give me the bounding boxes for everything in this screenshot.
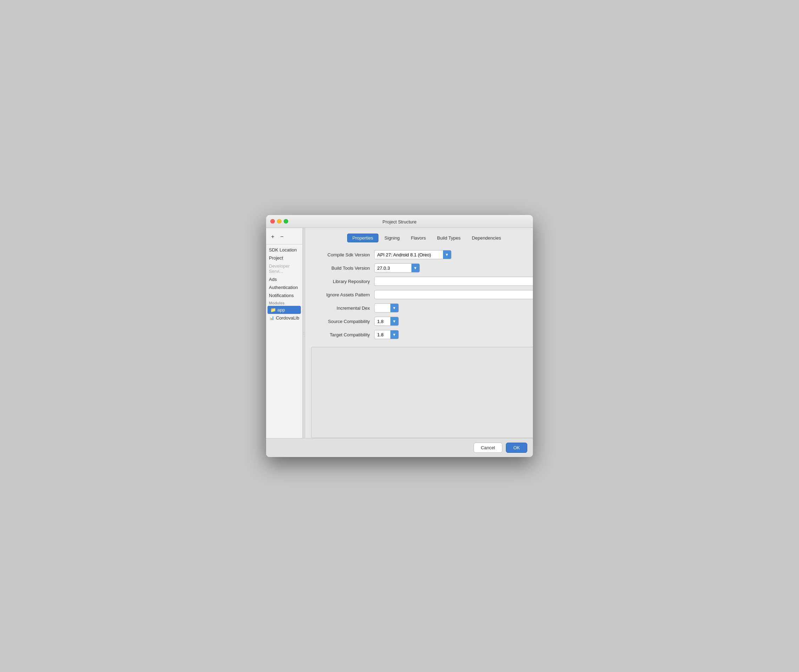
sidebar: + − SDK Location Project Developer Servi…	[266, 228, 303, 438]
project-structure-dialog: Project Structure + − SDK Location Proje…	[266, 215, 533, 457]
sidebar-item-label: Project	[269, 255, 283, 261]
tab-signing[interactable]: Signing	[379, 234, 405, 242]
sidebar-item-notifications[interactable]: Notifications	[266, 291, 302, 299]
compile-sdk-version-arrow[interactable]: ▼	[443, 250, 451, 259]
dialog-title: Project Structure	[383, 219, 417, 224]
source-compatibility-arrow[interactable]: ▼	[390, 317, 398, 325]
incremental-dex-arrow[interactable]: ▼	[390, 304, 398, 312]
remove-button[interactable]: −	[278, 233, 286, 241]
sidebar-item-app[interactable]: 📁 app	[268, 306, 301, 314]
cancel-button[interactable]: Cancel	[473, 443, 502, 453]
incremental-dex-label: Incremental Dex	[311, 303, 374, 314]
ignore-assets-pattern-input[interactable]	[374, 290, 533, 299]
sidebar-item-authentication[interactable]: Authentication	[266, 283, 302, 291]
maximize-button[interactable]	[284, 219, 288, 224]
library-repository-control	[374, 275, 533, 288]
sidebar-item-project[interactable]: Project	[266, 254, 302, 262]
build-tools-version-value: 27.0.3	[375, 264, 411, 272]
incremental-dex-value	[375, 307, 390, 309]
target-compatibility-dropdown[interactable]: 1.8 ▼	[374, 330, 399, 339]
compile-sdk-version-label: Compile Sdk Version	[311, 250, 374, 260]
target-compatibility-control: 1.8 ▼	[374, 328, 533, 341]
sidebar-item-cordovalib[interactable]: 📊 CordovaLib	[266, 314, 302, 322]
sidebar-item-label: Authentication	[269, 285, 298, 290]
sidebar-item-developer-services[interactable]: Developer Servi...	[266, 262, 302, 275]
ignore-assets-pattern-control	[374, 288, 533, 301]
empty-panel	[311, 347, 533, 438]
compile-sdk-version-dropdown[interactable]: API 27: Android 8.1 (Oreo) ▼	[374, 250, 451, 259]
sidebar-item-ads[interactable]: Ads	[266, 275, 302, 283]
source-compatibility-value: 1.8	[375, 318, 390, 325]
sidebar-item-label: Ads	[269, 277, 277, 282]
minimize-button[interactable]	[277, 219, 282, 224]
modules-section-label: Modules	[266, 299, 302, 306]
target-compatibility-label: Target Compatibility	[311, 330, 374, 340]
chart-icon: 📊	[269, 316, 274, 320]
source-compatibility-control: 1.8 ▼	[374, 315, 533, 328]
title-bar-buttons	[270, 219, 288, 224]
source-compatibility-dropdown[interactable]: 1.8 ▼	[374, 317, 399, 326]
tab-flavors[interactable]: Flavors	[406, 234, 431, 242]
tab-bar: Properties Signing Flavors Build Types D…	[311, 234, 533, 242]
sidebar-item-label: CordovaLib	[276, 315, 300, 320]
build-tools-version-dropdown[interactable]: 27.0.3 ▼	[374, 263, 420, 272]
ignore-assets-pattern-label: Ignore Assets Pattern	[311, 290, 374, 300]
incremental-dex-dropdown[interactable]: ▼	[374, 303, 399, 312]
build-tools-version-label: Build Tools Version	[311, 263, 374, 274]
library-repository-input[interactable]	[374, 277, 533, 286]
tab-dependencies[interactable]: Dependencies	[467, 234, 506, 242]
sidebar-item-label: Developer Servi...	[269, 263, 300, 274]
sidebar-item-label: app	[278, 307, 285, 312]
ok-button[interactable]: OK	[506, 443, 527, 453]
tab-properties[interactable]: Properties	[347, 234, 379, 242]
main-content: Properties Signing Flavors Build Types D…	[305, 228, 533, 438]
sidebar-toolbar: + −	[266, 231, 302, 245]
target-compatibility-value: 1.8	[375, 331, 390, 338]
incremental-dex-control: ▼	[374, 301, 533, 315]
sidebar-item-label: Notifications	[269, 293, 294, 298]
bottom-bar: Cancel OK	[266, 438, 533, 457]
drag-handle[interactable]: ⋮	[303, 228, 305, 438]
compile-sdk-version-value: API 27: Android 8.1 (Oreo)	[375, 251, 443, 259]
library-repository-label: Library Repository	[311, 276, 374, 287]
tab-build-types[interactable]: Build Types	[432, 234, 466, 242]
folder-icon: 📁	[270, 307, 276, 312]
dialog-body: + − SDK Location Project Developer Servi…	[266, 228, 533, 438]
close-button[interactable]	[270, 219, 275, 224]
title-bar: Project Structure	[266, 215, 533, 228]
add-button[interactable]: +	[269, 233, 277, 241]
source-compatibility-label: Source Compatibility	[311, 316, 374, 327]
build-tools-version-control: 27.0.3 ▼	[374, 261, 533, 275]
sidebar-item-sdk-location[interactable]: SDK Location	[266, 246, 302, 254]
compile-sdk-version-control: API 27: Android 8.1 (Oreo) ▼	[374, 248, 533, 261]
properties-form: Compile Sdk Version API 27: Android 8.1 …	[311, 248, 533, 341]
target-compatibility-arrow[interactable]: ▼	[390, 330, 398, 339]
build-tools-version-arrow[interactable]: ▼	[411, 264, 419, 272]
sidebar-item-label: SDK Location	[269, 247, 297, 253]
